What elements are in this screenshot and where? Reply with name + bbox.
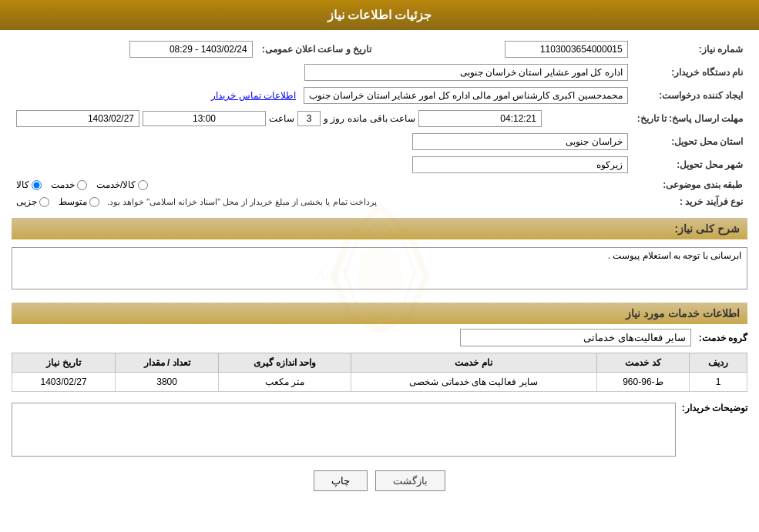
general-desc-section-title: شرح کلی نیاز: <box>12 218 747 239</box>
col-row: ردیف <box>690 353 747 373</box>
radio-motavasset-label: متوسط <box>59 196 87 207</box>
table-row: 1ط-96-960سایر فعالیت های خدماتی شخصیمتر … <box>12 373 747 392</box>
col-name: نام خدمت <box>351 353 596 373</box>
need-number-label: شماره نیاز: <box>633 38 747 61</box>
radio-kala[interactable] <box>32 180 42 190</box>
buyer-notes-row: توضیحات خریدار: <box>12 400 747 460</box>
buyer-notes-box <box>12 403 676 457</box>
category-label: طبقه بندی موضوعی: <box>633 176 747 193</box>
services-table-head: ردیف کد خدمت نام خدمت واحد اندازه گیری ت… <box>12 353 747 373</box>
announcement-value: 1403/02/24 - 08:29 <box>129 41 253 58</box>
col-quantity: تعداد / مقدار <box>116 353 219 373</box>
footer-buttons: بازگشت چاپ <box>12 470 747 491</box>
deadline-remaining: 04:12:21 <box>418 110 542 127</box>
deadline-time-label: ساعت <box>269 113 294 124</box>
province-label: استان محل تحویل: <box>633 130 747 153</box>
table-row: استان محل تحویل: خراسان جنوبی <box>12 130 747 153</box>
deadline-row: 04:12:21 ساعت باقی مانده روز و 3 ساعت 13… <box>16 110 628 127</box>
radio-jozi-label: جزیی <box>16 196 37 207</box>
table-row: مهلت ارسال پاسخ: تا تاریخ: 04:12:21 ساعت… <box>12 107 747 130</box>
back-button[interactable]: بازگشت <box>375 470 445 491</box>
radio-item-jozi[interactable]: جزیی <box>16 196 49 207</box>
category-radio-group: کالا/خدمت خدمت کالا <box>16 179 628 190</box>
page-title: جزئیات اطلاعات نیاز <box>327 8 432 22</box>
service-group-value: سایر فعالیت‌های خدماتی <box>460 329 691 346</box>
general-desc-container: AnaT ابرسانی با توجه به استعلام پیوست . <box>12 244 747 295</box>
radio-motavasset[interactable] <box>89 197 99 207</box>
radio-khedmat-label: خدمت <box>51 179 75 190</box>
creator-contact-link[interactable]: اطلاعات تماس خریدار <box>211 90 296 101</box>
deadline-label: مهلت ارسال پاسخ: تا تاریخ: <box>633 107 747 130</box>
radio-kala-khedmat[interactable] <box>138 180 148 190</box>
services-table: ردیف کد خدمت نام خدمت واحد اندازه گیری ت… <box>12 353 747 392</box>
col-unit: واحد اندازه گیری <box>219 353 351 373</box>
general-desc-textarea[interactable] <box>12 247 747 289</box>
city-value: زیرکوه <box>412 156 628 173</box>
cell-unit: متر مکعب <box>219 373 351 392</box>
radio-jozi[interactable] <box>39 197 49 207</box>
table-row: شماره نیاز: 1103003654000015 تاریخ و ساع… <box>12 38 747 61</box>
print-button[interactable]: چاپ <box>314 470 368 491</box>
announcement-label: تاریخ و ساعت اعلان عمومی: <box>257 38 387 61</box>
service-group-label: گروه خدمت: <box>699 333 747 343</box>
deadline-date: 1403/02/27 <box>16 110 139 127</box>
purchase-radio-group: متوسط جزیی <box>16 196 99 207</box>
services-section-title: اطلاعات خدمات مورد نیاز <box>12 303 747 324</box>
page-header: جزئیات اطلاعات نیاز <box>0 0 759 30</box>
table-row: ایجاد کننده درخواست: محمدحسین اکبری کارش… <box>12 84 747 107</box>
radio-item-kala-khedmat[interactable]: کالا/خدمت <box>96 179 148 190</box>
table-row: طبقه بندی موضوعی: کالا/خدمت خدمت <box>12 176 747 193</box>
creator-label: ایجاد کننده درخواست: <box>633 84 747 107</box>
main-content: شماره نیاز: 1103003654000015 تاریخ و ساع… <box>0 30 759 507</box>
radio-khedmat[interactable] <box>77 180 87 190</box>
general-desc-label: شرح کلی نیاز: <box>675 223 740 235</box>
province-value: خراسان جنوبی <box>412 133 628 150</box>
purchase-type-label: نوع فرآیند خرید : <box>633 193 747 210</box>
deadline-days-label: روز و <box>324 113 344 124</box>
buyer-org-value: اداره کل امور عشایر استان خراسان جنوبی <box>304 64 628 81</box>
buyer-notes-label: توضیحات خریدار: <box>682 400 747 413</box>
cell-code: ط-96-960 <box>596 373 690 392</box>
col-date: تاریخ نیاز <box>12 353 116 373</box>
radio-kala-label: کالا <box>16 179 29 190</box>
table-row: شهر محل تحویل: زیرکوه <box>12 153 747 176</box>
creator-value: محمدحسین اکبری کارشناس امور مالی اداره ک… <box>304 87 628 104</box>
service-group-row: گروه خدمت: سایر فعالیت‌های خدماتی <box>12 329 747 346</box>
radio-item-khedmat[interactable]: خدمت <box>51 179 87 190</box>
deadline-days: 3 <box>297 111 321 126</box>
services-tbody: 1ط-96-960سایر فعالیت های خدماتی شخصیمتر … <box>12 373 747 392</box>
table-row: نوع فرآیند خرید : پرداخت تمام یا بخشی از… <box>12 193 747 210</box>
radio-item-kala[interactable]: کالا <box>16 179 42 190</box>
buyer-notes-container <box>12 400 676 460</box>
table-row: نام دستگاه خریدار: اداره کل امور عشایر ا… <box>12 61 747 84</box>
radio-item-motavasset[interactable]: متوسط <box>59 196 99 207</box>
radio-kala-khedmat-label: کالا/خدمت <box>96 179 136 190</box>
purchase-note: پرداخت تمام یا بخشی از مبلغ خریدار از مح… <box>107 197 377 207</box>
services-header-row: ردیف کد خدمت نام خدمت واحد اندازه گیری ت… <box>12 353 747 373</box>
cell-row: 1 <box>690 373 747 392</box>
purchase-type-row: پرداخت تمام یا بخشی از مبلغ خریدار از مح… <box>16 196 628 207</box>
info-table: شماره نیاز: 1103003654000015 تاریخ و ساع… <box>12 38 747 210</box>
deadline-time: 13:00 <box>143 111 266 126</box>
cell-quantity: 3800 <box>116 373 219 392</box>
col-code: کد خدمت <box>596 353 690 373</box>
buyer-org-label: نام دستگاه خریدار: <box>633 61 747 84</box>
city-label: شهر محل تحویل: <box>633 153 747 176</box>
cell-name: سایر فعالیت های خدماتی شخصی <box>351 373 596 392</box>
need-number-value: 1103003654000015 <box>505 41 628 58</box>
deadline-remaining-label: ساعت باقی مانده <box>348 113 415 124</box>
cell-date: 1403/02/27 <box>12 373 116 392</box>
page-wrapper: جزئیات اطلاعات نیاز شماره نیاز: 11030036… <box>0 0 759 532</box>
